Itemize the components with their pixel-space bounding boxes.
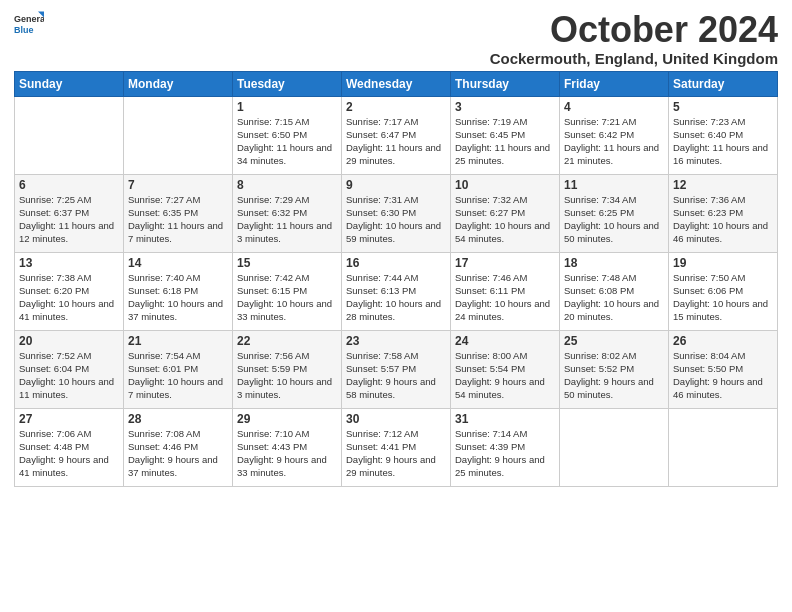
location: Cockermouth, England, United Kingdom — [490, 50, 778, 67]
day-number: 9 — [346, 178, 446, 192]
day-number: 28 — [128, 412, 228, 426]
cell-info: Sunrise: 8:04 AMSunset: 5:50 PMDaylight:… — [673, 349, 773, 402]
day-header-monday: Monday — [124, 71, 233, 96]
day-header-saturday: Saturday — [669, 71, 778, 96]
calendar-cell: 30Sunrise: 7:12 AMSunset: 4:41 PMDayligh… — [342, 408, 451, 486]
calendar-cell: 23Sunrise: 7:58 AMSunset: 5:57 PMDayligh… — [342, 330, 451, 408]
week-row-5: 27Sunrise: 7:06 AMSunset: 4:48 PMDayligh… — [15, 408, 778, 486]
calendar-cell: 25Sunrise: 8:02 AMSunset: 5:52 PMDayligh… — [560, 330, 669, 408]
cell-info: Sunrise: 7:21 AMSunset: 6:42 PMDaylight:… — [564, 115, 664, 168]
calendar-cell: 9Sunrise: 7:31 AMSunset: 6:30 PMDaylight… — [342, 174, 451, 252]
cell-info: Sunrise: 7:34 AMSunset: 6:25 PMDaylight:… — [564, 193, 664, 246]
calendar-cell: 17Sunrise: 7:46 AMSunset: 6:11 PMDayligh… — [451, 252, 560, 330]
calendar-cell — [560, 408, 669, 486]
cell-info: Sunrise: 7:32 AMSunset: 6:27 PMDaylight:… — [455, 193, 555, 246]
calendar-cell: 6Sunrise: 7:25 AMSunset: 6:37 PMDaylight… — [15, 174, 124, 252]
calendar-cell — [669, 408, 778, 486]
day-number: 24 — [455, 334, 555, 348]
day-number: 21 — [128, 334, 228, 348]
cell-info: Sunrise: 7:56 AMSunset: 5:59 PMDaylight:… — [237, 349, 337, 402]
calendar-cell: 13Sunrise: 7:38 AMSunset: 6:20 PMDayligh… — [15, 252, 124, 330]
day-number: 7 — [128, 178, 228, 192]
cell-info: Sunrise: 7:25 AMSunset: 6:37 PMDaylight:… — [19, 193, 119, 246]
calendar-cell: 8Sunrise: 7:29 AMSunset: 6:32 PMDaylight… — [233, 174, 342, 252]
calendar-cell: 5Sunrise: 7:23 AMSunset: 6:40 PMDaylight… — [669, 96, 778, 174]
calendar-cell: 18Sunrise: 7:48 AMSunset: 6:08 PMDayligh… — [560, 252, 669, 330]
day-number: 17 — [455, 256, 555, 270]
cell-info: Sunrise: 7:36 AMSunset: 6:23 PMDaylight:… — [673, 193, 773, 246]
month-title: October 2024 — [490, 10, 778, 50]
day-header-wednesday: Wednesday — [342, 71, 451, 96]
cell-info: Sunrise: 7:50 AMSunset: 6:06 PMDaylight:… — [673, 271, 773, 324]
day-number: 15 — [237, 256, 337, 270]
day-number: 19 — [673, 256, 773, 270]
calendar-cell: 15Sunrise: 7:42 AMSunset: 6:15 PMDayligh… — [233, 252, 342, 330]
cell-info: Sunrise: 7:19 AMSunset: 6:45 PMDaylight:… — [455, 115, 555, 168]
cell-info: Sunrise: 7:31 AMSunset: 6:30 PMDaylight:… — [346, 193, 446, 246]
day-number: 23 — [346, 334, 446, 348]
day-number: 4 — [564, 100, 664, 114]
day-number: 27 — [19, 412, 119, 426]
cell-info: Sunrise: 7:10 AMSunset: 4:43 PMDaylight:… — [237, 427, 337, 480]
calendar-cell: 12Sunrise: 7:36 AMSunset: 6:23 PMDayligh… — [669, 174, 778, 252]
day-header-thursday: Thursday — [451, 71, 560, 96]
cell-info: Sunrise: 7:38 AMSunset: 6:20 PMDaylight:… — [19, 271, 119, 324]
day-number: 2 — [346, 100, 446, 114]
day-header-sunday: Sunday — [15, 71, 124, 96]
day-header-tuesday: Tuesday — [233, 71, 342, 96]
week-row-3: 13Sunrise: 7:38 AMSunset: 6:20 PMDayligh… — [15, 252, 778, 330]
calendar-cell: 22Sunrise: 7:56 AMSunset: 5:59 PMDayligh… — [233, 330, 342, 408]
day-number: 5 — [673, 100, 773, 114]
day-number: 6 — [19, 178, 119, 192]
cell-info: Sunrise: 7:29 AMSunset: 6:32 PMDaylight:… — [237, 193, 337, 246]
day-number: 11 — [564, 178, 664, 192]
calendar-cell: 24Sunrise: 8:00 AMSunset: 5:54 PMDayligh… — [451, 330, 560, 408]
day-number: 18 — [564, 256, 664, 270]
calendar-cell — [124, 96, 233, 174]
day-number: 16 — [346, 256, 446, 270]
calendar-header: SundayMondayTuesdayWednesdayThursdayFrid… — [15, 71, 778, 96]
cell-info: Sunrise: 7:44 AMSunset: 6:13 PMDaylight:… — [346, 271, 446, 324]
calendar-cell: 7Sunrise: 7:27 AMSunset: 6:35 PMDaylight… — [124, 174, 233, 252]
day-number: 10 — [455, 178, 555, 192]
day-number: 31 — [455, 412, 555, 426]
calendar-cell: 2Sunrise: 7:17 AMSunset: 6:47 PMDaylight… — [342, 96, 451, 174]
calendar-cell: 3Sunrise: 7:19 AMSunset: 6:45 PMDaylight… — [451, 96, 560, 174]
cell-info: Sunrise: 7:58 AMSunset: 5:57 PMDaylight:… — [346, 349, 446, 402]
week-row-2: 6Sunrise: 7:25 AMSunset: 6:37 PMDaylight… — [15, 174, 778, 252]
day-number: 20 — [19, 334, 119, 348]
cell-info: Sunrise: 7:12 AMSunset: 4:41 PMDaylight:… — [346, 427, 446, 480]
day-number: 1 — [237, 100, 337, 114]
day-number: 14 — [128, 256, 228, 270]
cell-info: Sunrise: 7:14 AMSunset: 4:39 PMDaylight:… — [455, 427, 555, 480]
calendar-cell: 29Sunrise: 7:10 AMSunset: 4:43 PMDayligh… — [233, 408, 342, 486]
week-row-1: 1Sunrise: 7:15 AMSunset: 6:50 PMDaylight… — [15, 96, 778, 174]
calendar-cell: 14Sunrise: 7:40 AMSunset: 6:18 PMDayligh… — [124, 252, 233, 330]
cell-info: Sunrise: 7:54 AMSunset: 6:01 PMDaylight:… — [128, 349, 228, 402]
calendar-cell: 21Sunrise: 7:54 AMSunset: 6:01 PMDayligh… — [124, 330, 233, 408]
calendar-cell: 19Sunrise: 7:50 AMSunset: 6:06 PMDayligh… — [669, 252, 778, 330]
cell-info: Sunrise: 8:02 AMSunset: 5:52 PMDaylight:… — [564, 349, 664, 402]
logo: General Blue — [14, 10, 44, 40]
calendar-cell: 1Sunrise: 7:15 AMSunset: 6:50 PMDaylight… — [233, 96, 342, 174]
cell-info: Sunrise: 7:27 AMSunset: 6:35 PMDaylight:… — [128, 193, 228, 246]
calendar-cell: 10Sunrise: 7:32 AMSunset: 6:27 PMDayligh… — [451, 174, 560, 252]
calendar-cell: 20Sunrise: 7:52 AMSunset: 6:04 PMDayligh… — [15, 330, 124, 408]
cell-info: Sunrise: 7:17 AMSunset: 6:47 PMDaylight:… — [346, 115, 446, 168]
calendar-cell: 28Sunrise: 7:08 AMSunset: 4:46 PMDayligh… — [124, 408, 233, 486]
calendar-cell: 31Sunrise: 7:14 AMSunset: 4:39 PMDayligh… — [451, 408, 560, 486]
calendar-cell: 16Sunrise: 7:44 AMSunset: 6:13 PMDayligh… — [342, 252, 451, 330]
cell-info: Sunrise: 7:46 AMSunset: 6:11 PMDaylight:… — [455, 271, 555, 324]
cell-info: Sunrise: 7:48 AMSunset: 6:08 PMDaylight:… — [564, 271, 664, 324]
cell-info: Sunrise: 7:08 AMSunset: 4:46 PMDaylight:… — [128, 427, 228, 480]
calendar-cell: 27Sunrise: 7:06 AMSunset: 4:48 PMDayligh… — [15, 408, 124, 486]
day-number: 25 — [564, 334, 664, 348]
day-number: 29 — [237, 412, 337, 426]
cell-info: Sunrise: 7:06 AMSunset: 4:48 PMDaylight:… — [19, 427, 119, 480]
day-number: 26 — [673, 334, 773, 348]
svg-text:Blue: Blue — [14, 25, 34, 35]
calendar-cell: 4Sunrise: 7:21 AMSunset: 6:42 PMDaylight… — [560, 96, 669, 174]
day-header-friday: Friday — [560, 71, 669, 96]
week-row-4: 20Sunrise: 7:52 AMSunset: 6:04 PMDayligh… — [15, 330, 778, 408]
cell-info: Sunrise: 8:00 AMSunset: 5:54 PMDaylight:… — [455, 349, 555, 402]
